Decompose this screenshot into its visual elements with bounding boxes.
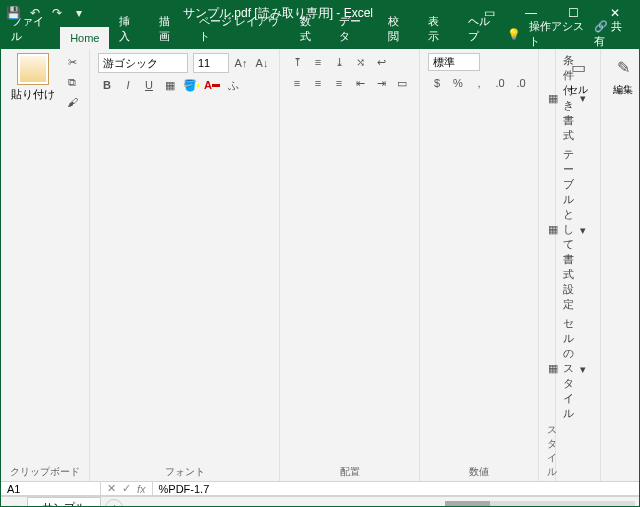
fx-icon[interactable]: fx <box>137 483 146 495</box>
ribbon-tabs: ファイル Home 挿入 描画 ページ レイアウト 数式 データ 校閲 表示 ヘ… <box>1 25 639 49</box>
tab-formula[interactable]: 数式 <box>290 9 330 49</box>
group-styles: ▦条件付き書式 ▾ ▦テーブルとして書式設定 ▾ ▦セルのスタイル ▾ スタイル <box>539 49 556 481</box>
align-middle-icon[interactable]: ≡ <box>309 53 327 71</box>
horizontal-scrollbar[interactable] <box>445 501 635 508</box>
group-font-label: フォント <box>98 463 271 479</box>
save-icon[interactable]: 💾 <box>5 5 21 21</box>
redo-icon[interactable]: ↷ <box>49 5 65 21</box>
tab-insert[interactable]: 挿入 <box>109 9 149 49</box>
tab-home[interactable]: Home <box>60 27 109 49</box>
italic-icon[interactable]: I <box>119 76 137 94</box>
tab-help[interactable]: ヘルプ <box>458 9 507 49</box>
border-icon[interactable]: ▦ <box>161 76 179 94</box>
tell-me-icon[interactable]: 💡 <box>507 28 521 41</box>
increase-decimal-icon[interactable]: .0 <box>491 74 509 92</box>
tab-data[interactable]: データ <box>329 9 378 49</box>
tab-view[interactable]: 表示 <box>418 9 458 49</box>
share-button[interactable]: 🔗 共有 <box>594 19 628 49</box>
tab-draw[interactable]: 描画 <box>149 9 189 49</box>
paste-button[interactable]: 貼り付け <box>9 53 57 102</box>
enter-formula-icon[interactable]: ✓ <box>122 482 131 495</box>
tab-layout[interactable]: ページ レイアウト <box>189 9 290 49</box>
group-clipboard-label: クリップボード <box>9 463 81 479</box>
ribbon: 貼り付け ✂ ⧉ 🖌 クリップボード 游ゴシック 11 A↑ A↓ <box>1 49 639 482</box>
sheet-tab-bar: ◂ ▸ サンプル ＋ <box>1 496 639 507</box>
cells-icon[interactable]: ▭ <box>564 53 592 81</box>
paste-label: 貼り付け <box>11 87 55 102</box>
editing-label: 編集 <box>613 83 633 97</box>
qat-more-icon[interactable]: ▾ <box>71 5 87 21</box>
formula-bar-row: A1 ✕ ✓ fx %PDF-1.7 <box>1 482 639 496</box>
group-number: 標準 $ % , .0 .0 数値 <box>420 49 539 481</box>
name-box[interactable]: A1 <box>1 482 101 495</box>
fill-color-icon[interactable]: 🪣 <box>182 76 200 94</box>
align-left-icon[interactable]: ≡ <box>288 74 306 92</box>
copy-icon[interactable]: ⧉ <box>63 73 81 91</box>
decrease-indent-icon[interactable]: ⇤ <box>351 74 369 92</box>
sheet-nav-first-icon[interactable]: ◂ <box>9 501 15 507</box>
decrease-font-icon[interactable]: A↓ <box>253 54 271 72</box>
group-alignment-label: 配置 <box>288 463 411 479</box>
comma-format-icon[interactable]: , <box>470 74 488 92</box>
formula-bar[interactable]: %PDF-1.7 <box>153 482 639 495</box>
align-top-icon[interactable]: ⤒ <box>288 53 306 71</box>
wrap-text-icon[interactable]: ↩ <box>372 53 390 71</box>
group-alignment: ⤒ ≡ ⤓ ⤭ ↩ ≡ ≡ ≡ ⇤ ⇥ ▭ 配置 <box>280 49 420 481</box>
merge-cells-icon[interactable]: ▭ <box>393 74 411 92</box>
group-font: 游ゴシック 11 A↑ A↓ B I U ▦ 🪣 A ふ <box>90 49 280 481</box>
paste-icon <box>17 53 49 85</box>
align-right-icon[interactable]: ≡ <box>330 74 348 92</box>
add-sheet-button[interactable]: ＋ <box>105 499 123 508</box>
orientation-icon[interactable]: ⤭ <box>351 53 369 71</box>
group-clipboard: 貼り付け ✂ ⧉ 🖌 クリップボード <box>1 49 90 481</box>
font-name-combo[interactable]: 游ゴシック <box>98 53 188 73</box>
cancel-formula-icon[interactable]: ✕ <box>107 482 116 495</box>
accounting-format-icon[interactable]: $ <box>428 74 446 92</box>
editing-icon[interactable]: ✎ <box>609 53 637 81</box>
group-number-label: 数値 <box>428 463 530 479</box>
phonetic-icon[interactable]: ふ <box>224 76 242 94</box>
percent-format-icon[interactable]: % <box>449 74 467 92</box>
font-color-icon[interactable]: A <box>203 76 221 94</box>
undo-icon[interactable]: ↶ <box>27 5 43 21</box>
increase-font-icon[interactable]: A↑ <box>232 54 250 72</box>
tell-me-label[interactable]: 操作アシスト <box>529 19 586 49</box>
bold-icon[interactable]: B <box>98 76 116 94</box>
decrease-decimal-icon[interactable]: .0 <box>512 74 530 92</box>
font-size-combo[interactable]: 11 <box>193 53 229 73</box>
format-painter-icon[interactable]: 🖌 <box>63 93 81 111</box>
align-bottom-icon[interactable]: ⤓ <box>330 53 348 71</box>
number-format-combo[interactable]: 標準 <box>428 53 480 71</box>
align-center-icon[interactable]: ≡ <box>309 74 327 92</box>
increase-indent-icon[interactable]: ⇥ <box>372 74 390 92</box>
tab-review[interactable]: 校閲 <box>378 9 418 49</box>
underline-icon[interactable]: U <box>140 76 158 94</box>
cut-icon[interactable]: ✂ <box>63 53 81 71</box>
sheet-nav-last-icon[interactable]: ▸ <box>17 501 23 507</box>
cells-label: セル <box>568 83 588 97</box>
group-cells: ▭ セル <box>556 49 601 481</box>
sheet-tab-active[interactable]: サンプル <box>27 497 101 508</box>
group-editing: ✎ 編集 <box>601 49 640 481</box>
